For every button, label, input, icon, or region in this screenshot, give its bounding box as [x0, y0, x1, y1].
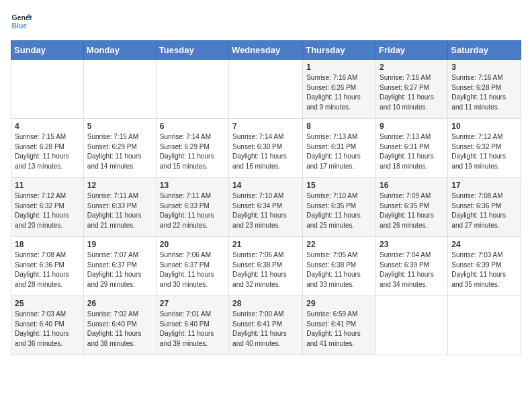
header-cell-tuesday: Tuesday — [156, 41, 228, 60]
header-cell-sunday: Sunday — [11, 41, 84, 60]
day-number: 27 — [160, 299, 225, 308]
day-info: Sunrise: 7:16 AM Sunset: 6:28 PM Dayligh… — [451, 73, 517, 112]
day-info: Sunrise: 7:09 AM Sunset: 6:35 PM Dayligh… — [380, 191, 444, 230]
day-number: 19 — [87, 240, 152, 249]
day-cell: 27Sunrise: 7:01 AM Sunset: 6:40 PM Dayli… — [156, 296, 228, 355]
day-info: Sunrise: 7:11 AM Sunset: 6:33 PM Dayligh… — [87, 191, 152, 230]
day-info: Sunrise: 7:11 AM Sunset: 6:33 PM Dayligh… — [160, 191, 225, 230]
day-number: 28 — [232, 299, 299, 308]
svg-text:Blue: Blue — [12, 22, 28, 30]
day-cell — [11, 60, 84, 119]
day-number: 9 — [380, 122, 444, 131]
day-cell: 13Sunrise: 7:11 AM Sunset: 6:33 PM Dayli… — [156, 178, 228, 237]
day-cell — [376, 296, 448, 355]
header-cell-saturday: Saturday — [448, 41, 521, 60]
day-number: 14 — [232, 181, 299, 190]
day-info: Sunrise: 7:06 AM Sunset: 6:38 PM Dayligh… — [232, 250, 299, 289]
day-number: 5 — [87, 122, 152, 131]
day-cell: 25Sunrise: 7:03 AM Sunset: 6:40 PM Dayli… — [11, 296, 84, 355]
day-info: Sunrise: 7:16 AM Sunset: 6:26 PM Dayligh… — [306, 73, 372, 112]
day-number: 2 — [380, 62, 444, 72]
day-cell: 29Sunrise: 6:59 AM Sunset: 6:41 PM Dayli… — [303, 296, 376, 355]
day-number: 29 — [306, 299, 372, 308]
day-number: 11 — [15, 181, 80, 190]
week-row-2: 4Sunrise: 7:15 AM Sunset: 6:28 PM Daylig… — [11, 119, 521, 178]
day-cell: 5Sunrise: 7:15 AM Sunset: 6:29 PM Daylig… — [83, 119, 156, 178]
day-number: 23 — [380, 240, 444, 249]
day-cell: 22Sunrise: 7:05 AM Sunset: 6:38 PM Dayli… — [303, 237, 376, 296]
day-number: 10 — [451, 122, 517, 131]
day-number: 26 — [87, 299, 152, 308]
day-number: 1 — [306, 62, 372, 72]
day-number: 4 — [15, 122, 80, 131]
header-cell-thursday: Thursday — [303, 41, 376, 60]
day-info: Sunrise: 7:03 AM Sunset: 6:40 PM Dayligh… — [15, 310, 80, 349]
day-cell: 12Sunrise: 7:11 AM Sunset: 6:33 PM Dayli… — [83, 178, 156, 237]
header-cell-wednesday: Wednesday — [229, 41, 303, 60]
day-cell: 18Sunrise: 7:08 AM Sunset: 6:36 PM Dayli… — [11, 237, 84, 296]
day-info: Sunrise: 7:06 AM Sunset: 6:37 PM Dayligh… — [160, 250, 225, 289]
day-cell: 17Sunrise: 7:08 AM Sunset: 6:36 PM Dayli… — [448, 178, 521, 237]
day-cell: 28Sunrise: 7:00 AM Sunset: 6:41 PM Dayli… — [229, 296, 303, 355]
day-info: Sunrise: 7:14 AM Sunset: 6:30 PM Dayligh… — [232, 132, 299, 171]
header-cell-monday: Monday — [83, 41, 156, 60]
day-cell: 24Sunrise: 7:03 AM Sunset: 6:39 PM Dayli… — [448, 237, 521, 296]
logo: General Blue — [11, 11, 32, 32]
day-info: Sunrise: 7:13 AM Sunset: 6:31 PM Dayligh… — [380, 132, 444, 171]
day-info: Sunrise: 7:02 AM Sunset: 6:40 PM Dayligh… — [87, 310, 152, 349]
day-cell: 15Sunrise: 7:10 AM Sunset: 6:35 PM Dayli… — [303, 178, 376, 237]
day-cell: 6Sunrise: 7:14 AM Sunset: 6:29 PM Daylig… — [156, 119, 228, 178]
day-info: Sunrise: 7:08 AM Sunset: 6:36 PM Dayligh… — [451, 191, 517, 230]
day-info: Sunrise: 6:59 AM Sunset: 6:41 PM Dayligh… — [306, 310, 372, 349]
day-info: Sunrise: 7:15 AM Sunset: 6:28 PM Dayligh… — [15, 132, 80, 171]
day-cell: 1Sunrise: 7:16 AM Sunset: 6:26 PM Daylig… — [303, 60, 376, 119]
day-info: Sunrise: 7:13 AM Sunset: 6:31 PM Dayligh… — [306, 132, 372, 171]
day-info: Sunrise: 7:14 AM Sunset: 6:29 PM Dayligh… — [160, 132, 225, 171]
day-cell: 20Sunrise: 7:06 AM Sunset: 6:37 PM Dayli… — [156, 237, 228, 296]
day-info: Sunrise: 7:10 AM Sunset: 6:34 PM Dayligh… — [232, 191, 299, 230]
day-cell: 26Sunrise: 7:02 AM Sunset: 6:40 PM Dayli… — [83, 296, 156, 355]
day-number: 24 — [451, 240, 517, 249]
day-cell: 4Sunrise: 7:15 AM Sunset: 6:28 PM Daylig… — [11, 119, 84, 178]
day-info: Sunrise: 7:16 AM Sunset: 6:27 PM Dayligh… — [380, 73, 444, 112]
day-cell: 10Sunrise: 7:12 AM Sunset: 6:32 PM Dayli… — [448, 119, 521, 178]
day-number: 22 — [306, 240, 372, 249]
day-cell: 19Sunrise: 7:07 AM Sunset: 6:37 PM Dayli… — [83, 237, 156, 296]
page-header: General Blue — [11, 11, 521, 32]
day-number: 6 — [160, 122, 225, 131]
day-number: 16 — [380, 181, 444, 190]
day-cell: 8Sunrise: 7:13 AM Sunset: 6:31 PM Daylig… — [303, 119, 376, 178]
day-number: 25 — [15, 299, 80, 308]
day-number: 21 — [232, 240, 299, 249]
week-row-1: 1Sunrise: 7:16 AM Sunset: 6:26 PM Daylig… — [11, 60, 521, 119]
day-cell: 2Sunrise: 7:16 AM Sunset: 6:27 PM Daylig… — [376, 60, 448, 119]
day-info: Sunrise: 7:07 AM Sunset: 6:37 PM Dayligh… — [87, 250, 152, 289]
day-number: 7 — [232, 122, 299, 131]
day-info: Sunrise: 7:04 AM Sunset: 6:39 PM Dayligh… — [380, 250, 444, 289]
header-row: SundayMondayTuesdayWednesdayThursdayFrid… — [11, 41, 521, 60]
day-info: Sunrise: 7:12 AM Sunset: 6:32 PM Dayligh… — [451, 132, 517, 171]
day-number: 20 — [160, 240, 225, 249]
day-info: Sunrise: 7:10 AM Sunset: 6:35 PM Dayligh… — [306, 191, 372, 230]
day-number: 8 — [306, 122, 372, 131]
day-info: Sunrise: 7:15 AM Sunset: 6:29 PM Dayligh… — [87, 132, 152, 171]
day-cell: 16Sunrise: 7:09 AM Sunset: 6:35 PM Dayli… — [376, 178, 448, 237]
week-row-3: 11Sunrise: 7:12 AM Sunset: 6:32 PM Dayli… — [11, 178, 521, 237]
day-number: 18 — [15, 240, 80, 249]
day-info: Sunrise: 7:00 AM Sunset: 6:41 PM Dayligh… — [232, 310, 299, 349]
day-cell: 9Sunrise: 7:13 AM Sunset: 6:31 PM Daylig… — [376, 119, 448, 178]
day-number: 13 — [160, 181, 225, 190]
day-cell: 21Sunrise: 7:06 AM Sunset: 6:38 PM Dayli… — [229, 237, 303, 296]
day-cell — [83, 60, 156, 119]
day-cell — [229, 60, 303, 119]
day-info: Sunrise: 7:05 AM Sunset: 6:38 PM Dayligh… — [306, 250, 372, 289]
calendar-table: SundayMondayTuesdayWednesdayThursdayFrid… — [11, 40, 521, 355]
day-info: Sunrise: 7:01 AM Sunset: 6:40 PM Dayligh… — [160, 310, 225, 349]
day-info: Sunrise: 7:08 AM Sunset: 6:36 PM Dayligh… — [15, 250, 80, 289]
day-cell: 11Sunrise: 7:12 AM Sunset: 6:32 PM Dayli… — [11, 178, 84, 237]
week-row-5: 25Sunrise: 7:03 AM Sunset: 6:40 PM Dayli… — [11, 296, 521, 355]
day-info: Sunrise: 7:12 AM Sunset: 6:32 PM Dayligh… — [15, 191, 80, 230]
day-number: 15 — [306, 181, 372, 190]
day-cell: 3Sunrise: 7:16 AM Sunset: 6:28 PM Daylig… — [448, 60, 521, 119]
day-cell — [448, 296, 521, 355]
